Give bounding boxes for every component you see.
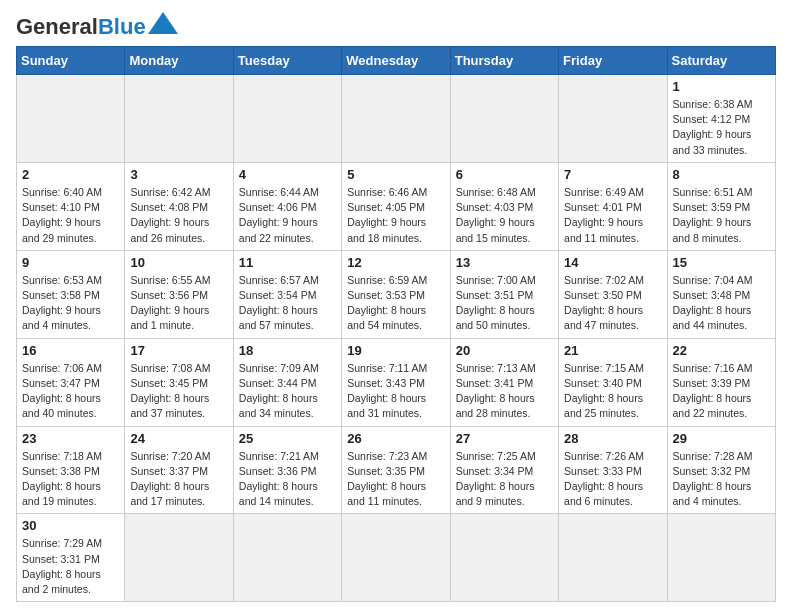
day-info: Sunrise: 7:20 AMSunset: 3:37 PMDaylight:…: [130, 449, 227, 510]
day-info: Sunrise: 6:55 AMSunset: 3:56 PMDaylight:…: [130, 273, 227, 334]
day-info: Sunrise: 7:13 AMSunset: 3:41 PMDaylight:…: [456, 361, 553, 422]
calendar-cell: [450, 75, 558, 163]
day-info: Sunrise: 6:38 AMSunset: 4:12 PMDaylight:…: [673, 97, 770, 158]
calendar-cell: [125, 514, 233, 602]
day-number: 29: [673, 431, 770, 446]
calendar-cell: 25Sunrise: 7:21 AMSunset: 3:36 PMDayligh…: [233, 426, 341, 514]
day-number: 26: [347, 431, 444, 446]
calendar-cell: [559, 75, 667, 163]
day-number: 27: [456, 431, 553, 446]
day-number: 4: [239, 167, 336, 182]
day-info: Sunrise: 6:46 AMSunset: 4:05 PMDaylight:…: [347, 185, 444, 246]
day-number: 24: [130, 431, 227, 446]
day-info: Sunrise: 7:08 AMSunset: 3:45 PMDaylight:…: [130, 361, 227, 422]
day-number: 22: [673, 343, 770, 358]
day-number: 9: [22, 255, 119, 270]
day-number: 1: [673, 79, 770, 94]
day-info: Sunrise: 7:15 AMSunset: 3:40 PMDaylight:…: [564, 361, 661, 422]
calendar-cell: 15Sunrise: 7:04 AMSunset: 3:48 PMDayligh…: [667, 250, 775, 338]
calendar-cell: 17Sunrise: 7:08 AMSunset: 3:45 PMDayligh…: [125, 338, 233, 426]
day-info: Sunrise: 6:48 AMSunset: 4:03 PMDaylight:…: [456, 185, 553, 246]
week-row-5: 30Sunrise: 7:29 AMSunset: 3:31 PMDayligh…: [17, 514, 776, 602]
logo-general: General: [16, 14, 98, 39]
day-number: 16: [22, 343, 119, 358]
day-info: Sunrise: 7:21 AMSunset: 3:36 PMDaylight:…: [239, 449, 336, 510]
calendar-cell: 3Sunrise: 6:42 AMSunset: 4:08 PMDaylight…: [125, 162, 233, 250]
day-info: Sunrise: 7:00 AMSunset: 3:51 PMDaylight:…: [456, 273, 553, 334]
svg-marker-0: [148, 12, 178, 34]
week-row-1: 2Sunrise: 6:40 AMSunset: 4:10 PMDaylight…: [17, 162, 776, 250]
day-info: Sunrise: 7:25 AMSunset: 3:34 PMDaylight:…: [456, 449, 553, 510]
day-info: Sunrise: 6:51 AMSunset: 3:59 PMDaylight:…: [673, 185, 770, 246]
day-number: 2: [22, 167, 119, 182]
day-info: Sunrise: 7:23 AMSunset: 3:35 PMDaylight:…: [347, 449, 444, 510]
logo-blue: Blue: [98, 14, 146, 39]
calendar-cell: 19Sunrise: 7:11 AMSunset: 3:43 PMDayligh…: [342, 338, 450, 426]
calendar-cell: 29Sunrise: 7:28 AMSunset: 3:32 PMDayligh…: [667, 426, 775, 514]
week-row-0: 1Sunrise: 6:38 AMSunset: 4:12 PMDaylight…: [17, 75, 776, 163]
day-number: 5: [347, 167, 444, 182]
day-info: Sunrise: 7:18 AMSunset: 3:38 PMDaylight:…: [22, 449, 119, 510]
day-number: 23: [22, 431, 119, 446]
calendar-cell: 30Sunrise: 7:29 AMSunset: 3:31 PMDayligh…: [17, 514, 125, 602]
day-info: Sunrise: 7:26 AMSunset: 3:33 PMDaylight:…: [564, 449, 661, 510]
calendar-cell: 23Sunrise: 7:18 AMSunset: 3:38 PMDayligh…: [17, 426, 125, 514]
day-number: 21: [564, 343, 661, 358]
header-day-saturday: Saturday: [667, 47, 775, 75]
day-info: Sunrise: 7:11 AMSunset: 3:43 PMDaylight:…: [347, 361, 444, 422]
week-row-4: 23Sunrise: 7:18 AMSunset: 3:38 PMDayligh…: [17, 426, 776, 514]
calendar: SundayMondayTuesdayWednesdayThursdayFrid…: [16, 46, 776, 602]
day-number: 11: [239, 255, 336, 270]
day-number: 18: [239, 343, 336, 358]
day-number: 25: [239, 431, 336, 446]
day-number: 8: [673, 167, 770, 182]
day-number: 7: [564, 167, 661, 182]
day-number: 14: [564, 255, 661, 270]
day-number: 10: [130, 255, 227, 270]
calendar-cell: 24Sunrise: 7:20 AMSunset: 3:37 PMDayligh…: [125, 426, 233, 514]
day-info: Sunrise: 6:59 AMSunset: 3:53 PMDaylight:…: [347, 273, 444, 334]
day-number: 30: [22, 518, 119, 533]
day-number: 19: [347, 343, 444, 358]
day-number: 13: [456, 255, 553, 270]
calendar-header-row: SundayMondayTuesdayWednesdayThursdayFrid…: [17, 47, 776, 75]
calendar-cell: [667, 514, 775, 602]
calendar-cell: 27Sunrise: 7:25 AMSunset: 3:34 PMDayligh…: [450, 426, 558, 514]
day-number: 3: [130, 167, 227, 182]
calendar-cell: 14Sunrise: 7:02 AMSunset: 3:50 PMDayligh…: [559, 250, 667, 338]
calendar-cell: 1Sunrise: 6:38 AMSunset: 4:12 PMDaylight…: [667, 75, 775, 163]
calendar-cell: 28Sunrise: 7:26 AMSunset: 3:33 PMDayligh…: [559, 426, 667, 514]
calendar-cell: [125, 75, 233, 163]
calendar-cell: 5Sunrise: 6:46 AMSunset: 4:05 PMDaylight…: [342, 162, 450, 250]
calendar-cell: 2Sunrise: 6:40 AMSunset: 4:10 PMDaylight…: [17, 162, 125, 250]
header-day-thursday: Thursday: [450, 47, 558, 75]
calendar-cell: 10Sunrise: 6:55 AMSunset: 3:56 PMDayligh…: [125, 250, 233, 338]
calendar-cell: [342, 514, 450, 602]
calendar-cell: 21Sunrise: 7:15 AMSunset: 3:40 PMDayligh…: [559, 338, 667, 426]
logo: GeneralBlue: [16, 16, 178, 38]
header-day-friday: Friday: [559, 47, 667, 75]
week-row-3: 16Sunrise: 7:06 AMSunset: 3:47 PMDayligh…: [17, 338, 776, 426]
day-number: 20: [456, 343, 553, 358]
day-info: Sunrise: 6:49 AMSunset: 4:01 PMDaylight:…: [564, 185, 661, 246]
week-row-2: 9Sunrise: 6:53 AMSunset: 3:58 PMDaylight…: [17, 250, 776, 338]
logo-text: GeneralBlue: [16, 16, 146, 38]
calendar-cell: 13Sunrise: 7:00 AMSunset: 3:51 PMDayligh…: [450, 250, 558, 338]
day-info: Sunrise: 7:28 AMSunset: 3:32 PMDaylight:…: [673, 449, 770, 510]
header-day-wednesday: Wednesday: [342, 47, 450, 75]
calendar-cell: 20Sunrise: 7:13 AMSunset: 3:41 PMDayligh…: [450, 338, 558, 426]
day-info: Sunrise: 6:40 AMSunset: 4:10 PMDaylight:…: [22, 185, 119, 246]
calendar-cell: [559, 514, 667, 602]
day-info: Sunrise: 6:44 AMSunset: 4:06 PMDaylight:…: [239, 185, 336, 246]
calendar-cell: 22Sunrise: 7:16 AMSunset: 3:39 PMDayligh…: [667, 338, 775, 426]
header-day-sunday: Sunday: [17, 47, 125, 75]
calendar-cell: 11Sunrise: 6:57 AMSunset: 3:54 PMDayligh…: [233, 250, 341, 338]
calendar-cell: 9Sunrise: 6:53 AMSunset: 3:58 PMDaylight…: [17, 250, 125, 338]
day-info: Sunrise: 6:57 AMSunset: 3:54 PMDaylight:…: [239, 273, 336, 334]
calendar-cell: [450, 514, 558, 602]
calendar-cell: 16Sunrise: 7:06 AMSunset: 3:47 PMDayligh…: [17, 338, 125, 426]
day-info: Sunrise: 7:29 AMSunset: 3:31 PMDaylight:…: [22, 536, 119, 597]
calendar-cell: [342, 75, 450, 163]
day-info: Sunrise: 7:16 AMSunset: 3:39 PMDaylight:…: [673, 361, 770, 422]
calendar-cell: 8Sunrise: 6:51 AMSunset: 3:59 PMDaylight…: [667, 162, 775, 250]
